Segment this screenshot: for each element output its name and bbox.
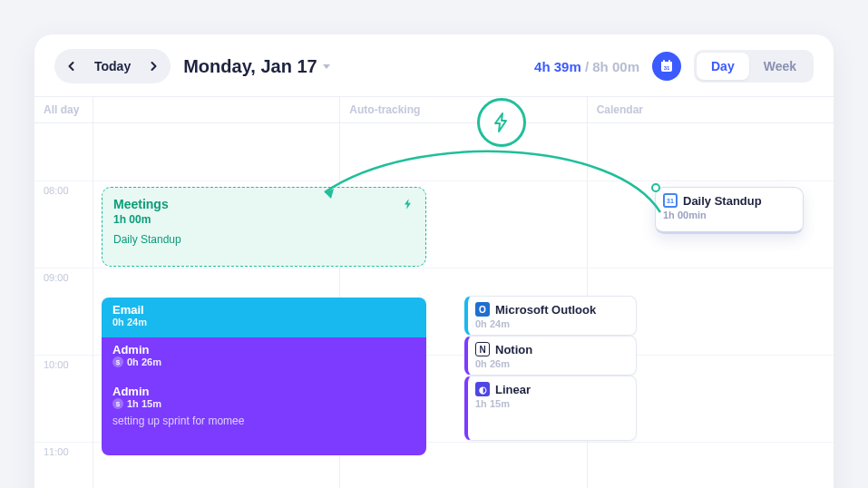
event-handle-dot[interactable] <box>651 183 660 192</box>
tracking-outlook-duration: 0h 24m <box>475 318 629 329</box>
admin2-desc: setting up sprint for momee <box>112 415 415 427</box>
calendar-event-standup[interactable]: Daily Standup 1h 00min <box>655 187 804 234</box>
col-tracked-label <box>93 97 339 122</box>
tracking-notion-name: Notion <box>495 343 532 356</box>
admin2-title: Admin <box>112 385 415 398</box>
automation-badge <box>477 98 526 147</box>
col-auto-label: Auto-tracking <box>339 97 586 122</box>
view-day-button[interactable]: Day <box>697 53 749 80</box>
svg-rect-1 <box>661 62 672 64</box>
admin1-title: Admin <box>112 343 415 356</box>
col-calendar-label: Calendar <box>587 97 834 122</box>
tracking-notion-duration: 0h 26m <box>475 358 629 369</box>
meetings-event-block[interactable]: Meetings 1h 00m Daily Standup <box>102 187 426 267</box>
standup-duration: 1h 00min <box>663 210 795 220</box>
notion-icon: N <box>475 342 490 356</box>
chevron-left-icon <box>66 61 77 72</box>
date-nav-pill: Today <box>54 49 171 83</box>
view-week-button[interactable]: Week <box>749 53 811 80</box>
hour-label: 09:00 <box>34 268 93 355</box>
standup-title: Daily Standup <box>683 194 762 208</box>
column-headers: All day Auto-tracking Calendar <box>34 96 834 123</box>
admin2-duration: $1h 15m <box>112 398 415 409</box>
prev-day-button[interactable] <box>58 53 85 80</box>
tracking-card-notion[interactable]: NNotion 0h 26m <box>464 336 637 376</box>
email-title: Email <box>112 303 415 317</box>
view-toggle: Day Week <box>694 50 814 83</box>
meetings-duration: 1h 00m <box>113 213 414 226</box>
admin-event-block-2[interactable]: Admin $1h 15m setting up sprint for mome… <box>102 377 426 455</box>
calendar-body: 08:00 09:00 10:00 11:00 Meetings <box>34 123 834 488</box>
tracking-linear-duration: 1h 15m <box>475 398 629 409</box>
meetings-desc: Daily Standup <box>113 233 414 246</box>
time-total: / 8h 00m <box>585 59 639 74</box>
linear-icon: ◐ <box>475 382 490 396</box>
lightning-icon <box>491 112 512 133</box>
time-summary: 4h 39m / 8h 00m <box>534 59 639 74</box>
calendar-icon: 31 <box>659 59 674 73</box>
svg-rect-3 <box>668 60 670 63</box>
hour-gutter <box>34 123 93 181</box>
caret-down-icon <box>323 64 330 69</box>
today-button[interactable]: Today <box>85 59 140 73</box>
calendar-icon-button[interactable]: 31 <box>652 52 681 81</box>
tracking-card-outlook[interactable]: OMicrosoft Outlook 0h 24m <box>464 296 637 336</box>
email-event-block[interactable]: Email 0h 24m <box>102 298 426 337</box>
next-day-button[interactable] <box>140 53 167 80</box>
tracking-card-linear[interactable]: ◐Linear 1h 15m <box>464 376 637 441</box>
svg-rect-2 <box>663 60 665 63</box>
chevron-right-icon <box>148 61 159 72</box>
google-calendar-icon <box>663 193 678 208</box>
hour-label: 08:00 <box>34 181 93 268</box>
calendar-app-window: Today Monday, Jan 17 4h 39m / 8h 00m 31 … <box>34 34 834 488</box>
date-title-text: Monday, Jan 17 <box>183 56 317 77</box>
hour-label: 10:00 <box>34 356 93 442</box>
lightning-icon <box>402 198 414 210</box>
outlook-icon: O <box>475 302 490 317</box>
meetings-title: Meetings <box>113 197 169 211</box>
header-bar: Today Monday, Jan 17 4h 39m / 8h 00m 31 … <box>34 34 834 96</box>
billable-icon: $ <box>112 398 123 409</box>
hour-label: 11:00 <box>34 443 93 488</box>
email-duration: 0h 24m <box>112 317 415 327</box>
tracking-outlook-name: Microsoft Outlook <box>495 303 596 317</box>
time-active: 4h 39m <box>534 59 581 74</box>
billable-icon: $ <box>112 356 123 367</box>
admin-event-block-1[interactable]: Admin $0h 26m <box>102 337 426 377</box>
col-allday-label: All day <box>34 97 93 122</box>
date-title[interactable]: Monday, Jan 17 <box>183 56 329 77</box>
tracking-linear-name: Linear <box>495 383 531 396</box>
admin1-duration: $0h 26m <box>112 356 415 367</box>
svg-text:31: 31 <box>664 65 670 71</box>
